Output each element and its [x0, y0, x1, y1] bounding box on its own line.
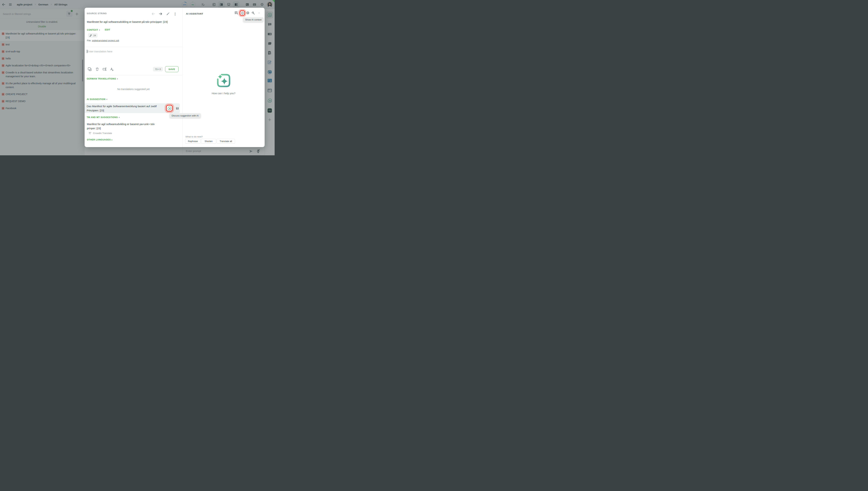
layout-sidebar-icon[interactable]	[234, 2, 238, 7]
glossary-tab-icon[interactable]	[267, 41, 272, 46]
previous-string-icon[interactable]	[151, 11, 156, 16]
ai-header-caret-icon[interactable]: ▾	[257, 11, 261, 15]
translation-input[interactable]: Enter translation here	[87, 50, 112, 53]
untranslated-bullet-icon	[2, 93, 4, 96]
copy-source-icon[interactable]	[87, 67, 92, 71]
breadcrumb-language[interactable]: German	[38, 3, 48, 6]
untranslated-bullet-icon	[2, 71, 4, 74]
discuss-suggestion-ai-button[interactable]	[166, 105, 173, 112]
translate-all-button[interactable]: Translate all	[216, 139, 235, 144]
clear-translation-trash-icon[interactable]	[95, 67, 99, 71]
untranslated-bullet-icon	[2, 57, 4, 60]
ai-settings-gear-icon[interactable]: ⚙	[245, 11, 250, 15]
show-ai-context-tooltip: Show AI context	[243, 18, 263, 22]
prompt-input[interactable]: Enter prompt	[186, 149, 201, 152]
crowdin-editor-app: agile project › German › All Strings 12%…	[0, 0, 274, 155]
spellcheck-icon[interactable]	[110, 67, 114, 71]
add-app-plus-icon[interactable]	[268, 118, 272, 122]
new-conversation-icon[interactable]	[234, 11, 238, 15]
editor-notes-tab-icon[interactable]	[267, 60, 272, 65]
approved-progress-badge[interactable]: 0%	[190, 2, 196, 7]
shorten-button[interactable]: Shorten	[201, 139, 216, 144]
keyboard-icon[interactable]	[252, 2, 257, 7]
translated-progress-badge[interactable]: 12%	[182, 2, 187, 7]
mic-dictation-icon[interactable]	[256, 149, 260, 154]
kebab-menu-icon[interactable]: ⋮	[173, 11, 178, 16]
menu-hamburger-icon[interactable]	[8, 2, 12, 7]
crowdin-translate-icon	[88, 132, 92, 135]
save-suggestion-icon[interactable]	[175, 107, 179, 111]
proofread-list-icon[interactable]	[201, 2, 205, 7]
ai-prompt-row: Enter prompt	[182, 147, 265, 155]
ai-suggestion-row[interactable]: Das Manifest für agile Softwareentwicklu…	[85, 103, 180, 113]
breadcrumb-project[interactable]: agile project	[17, 3, 32, 6]
tm-provider-row: Crowdin Translate	[88, 132, 112, 135]
tm-suggestion-text[interactable]: Manifest für agil softwareudvikling er b…	[87, 122, 164, 131]
ai-suggestion-header[interactable]: AI SUGGESTION▾	[87, 98, 107, 100]
file-row: File: agiletranslated project.odt	[87, 39, 119, 42]
german-translations-header[interactable]: GERMAN TRANSLATIONS▾	[87, 78, 118, 80]
chevron-right-icon: ›	[51, 2, 52, 6]
strings-list-panel: Untranslated filter is enabled. Disable …	[0, 9, 84, 155]
edit-source-pencil-icon[interactable]	[166, 11, 170, 16]
list-scrollbar[interactable]	[82, 60, 83, 81]
other-languages-link[interactable]: OTHER LANGUAGES▸	[87, 139, 113, 141]
filter-notice: Untranslated filter is enabled.	[0, 21, 84, 23]
file-link[interactable]: agiletranslated project.odt	[92, 39, 119, 42]
untranslated-bullet-icon	[2, 32, 4, 35]
list-item[interactable]: Facebook	[0, 105, 84, 112]
ai-assistant-logo	[215, 73, 232, 89]
next-string-icon[interactable]	[158, 11, 163, 16]
file-context-tab-icon[interactable]	[267, 51, 272, 55]
tm-mt-suggestions-header[interactable]: TM AND MT SUGGESTIONS▾	[87, 116, 120, 119]
translation-memory-tab-icon[interactable]	[267, 32, 272, 36]
context-dropdown[interactable]: CONTEXT▾	[87, 28, 100, 31]
review-app-icon[interactable]	[267, 108, 272, 113]
crowdin-app-icon[interactable]	[267, 70, 272, 75]
avatar[interactable]	[267, 2, 273, 7]
edit-context-link[interactable]: EDIT	[105, 29, 110, 31]
spotlight-card: SOURCE STRING ⋮ Manifestet for agil soft…	[85, 8, 265, 147]
filter-active-dot	[71, 10, 73, 12]
layout-multilingual-icon[interactable]	[227, 2, 231, 7]
tm-provider-label: Crowdin Translate	[93, 132, 112, 135]
list-item[interactable]: Agile localization for<0>&nbsp;</0><0>te…	[0, 62, 84, 69]
layout-comfortable-icon[interactable]	[219, 2, 224, 7]
untranslated-bullet-icon	[2, 64, 4, 67]
select-text-icon[interactable]	[102, 67, 107, 71]
comments-tab-icon[interactable]	[268, 22, 272, 27]
show-ai-context-button[interactable]	[239, 10, 245, 16]
terminal-icon[interactable]	[245, 2, 250, 7]
ai-assistant-tab-icon[interactable]	[266, 11, 273, 19]
breadcrumb-filter[interactable]: All Strings	[54, 3, 67, 6]
ai-tools-tab-icon[interactable]	[267, 98, 272, 103]
ai-tools-hammer-icon[interactable]	[251, 11, 255, 15]
list-item[interactable]: st-el-auth-top	[0, 48, 84, 55]
list-item[interactable]: CREATE PROJECT	[0, 91, 84, 98]
caret-down-icon: ▾	[99, 29, 100, 31]
untranslated-bullet-icon	[2, 100, 4, 103]
rephrase-button[interactable]: Rephrase	[185, 139, 201, 144]
gear-icon[interactable]: ⚙	[260, 2, 264, 7]
back-arrow-icon[interactable]	[1, 2, 6, 7]
list-item[interactable]: It's the perfect place to effectively ma…	[0, 80, 84, 91]
list-item[interactable]: test	[0, 41, 84, 48]
browser-preview-icon[interactable]	[267, 88, 272, 93]
string-key-chip[interactable]: 24	[88, 33, 97, 38]
list-item-selected[interactable]: Manifestet for agil softwareudvikling er…	[0, 30, 84, 41]
text-cursor	[87, 50, 87, 53]
list-item[interactable]: Crowdin is a cloud-based solution that s…	[0, 69, 84, 80]
add-string-button[interactable]	[75, 12, 79, 16]
search-input[interactable]	[3, 11, 61, 16]
save-button[interactable]: SAVE	[165, 66, 178, 72]
disable-filter-link[interactable]: Disable	[0, 25, 84, 28]
list-item[interactable]: hello	[0, 55, 84, 62]
ai-greeting-text: How can I help you?	[182, 92, 265, 95]
layout-side-by-side-icon[interactable]	[212, 2, 216, 7]
list-item[interactable]: REQUEST DEMO	[0, 98, 84, 105]
screenshot-capture-icon[interactable]	[267, 78, 272, 83]
untranslated-bullet-icon	[2, 43, 4, 46]
key-icon	[89, 34, 92, 37]
ai-assistant-title: AI ASSISTANT	[186, 12, 203, 15]
send-prompt-icon[interactable]	[249, 149, 253, 154]
